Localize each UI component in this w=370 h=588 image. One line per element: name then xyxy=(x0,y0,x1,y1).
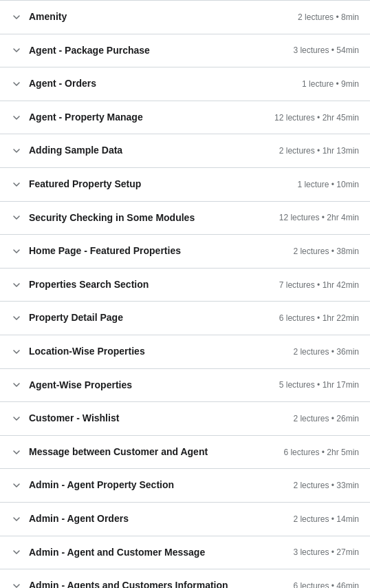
course-item-left: Message between Customer and Agent xyxy=(11,445,275,459)
course-title: Admin - Agent Property Section xyxy=(29,479,174,492)
course-title: Admin - Agent Orders xyxy=(29,512,129,526)
chevron-down-icon xyxy=(11,212,22,223)
course-item[interactable]: Customer - Wishlist 2 lectures • 26min xyxy=(0,402,370,436)
course-item-left: Location-Wise Properties xyxy=(11,345,285,359)
course-meta: 2 lectures • 36min xyxy=(293,347,359,357)
chevron-down-icon xyxy=(11,346,22,357)
chevron-down-icon xyxy=(11,447,22,458)
course-meta: 12 lectures • 2hr 45min xyxy=(274,113,359,123)
course-title: Featured Property Setup xyxy=(29,178,141,191)
chevron-down-icon xyxy=(11,313,22,324)
course-item-left: Admin - Agent Orders xyxy=(11,512,285,526)
course-item[interactable]: Message between Customer and Agent 6 lec… xyxy=(0,436,370,470)
course-meta: 6 lectures • 46min xyxy=(293,581,359,588)
course-item[interactable]: Agent - Property Manage 12 lectures • 2h… xyxy=(0,101,370,135)
course-title: Property Detail Page xyxy=(29,311,123,325)
course-meta: 6 lectures • 2hr 5min xyxy=(283,448,359,457)
course-item-left: Property Detail Page xyxy=(11,311,271,325)
course-item-left: Adding Sample Data xyxy=(11,144,271,158)
course-item[interactable]: Security Checking in Some Modules 12 lec… xyxy=(0,202,370,235)
course-meta: 12 lectures • 2hr 4min xyxy=(279,213,359,222)
course-meta: 7 lectures • 1hr 42min xyxy=(279,280,359,290)
course-meta: 6 lectures • 1hr 22min xyxy=(279,313,359,323)
course-title: Admin - Agents and Customers Information xyxy=(29,579,228,588)
course-item-left: Home Page - Featured Properties xyxy=(11,244,285,258)
course-item[interactable]: Adding Sample Data 2 lectures • 1hr 13mi… xyxy=(0,134,370,168)
course-title: Agent - Orders xyxy=(29,77,96,91)
course-item[interactable]: Admin - Agent Orders 2 lectures • 14min xyxy=(0,503,370,536)
course-title: Security Checking in Some Modules xyxy=(29,211,195,225)
chevron-down-icon xyxy=(11,12,22,23)
course-title: Agent-Wise Properties xyxy=(29,379,132,392)
chevron-down-icon xyxy=(11,179,22,190)
course-item-left: Agent - Package Purchase xyxy=(11,44,285,58)
course-meta: 3 lectures • 54min xyxy=(293,45,359,55)
course-title: Customer - Wishlist xyxy=(29,412,119,426)
course-item-left: Agent-Wise Properties xyxy=(11,379,271,392)
course-item[interactable]: Agent - Orders 1 lecture • 9min xyxy=(0,67,370,101)
course-title: Home Page - Featured Properties xyxy=(29,244,181,258)
course-item-left: Featured Property Setup xyxy=(11,178,289,191)
course-item-left: Agent - Orders xyxy=(11,77,294,91)
course-title: Adding Sample Data xyxy=(29,144,122,158)
course-title: Location-Wise Properties xyxy=(29,345,145,359)
course-item-left: Agent - Property Manage xyxy=(11,111,266,125)
chevron-down-icon xyxy=(11,379,22,390)
course-title: Properties Search Section xyxy=(29,278,149,292)
course-title: Agent - Package Purchase xyxy=(29,44,150,58)
chevron-down-icon xyxy=(11,514,22,525)
course-item-left: Security Checking in Some Modules xyxy=(11,211,271,225)
chevron-down-icon xyxy=(11,145,22,156)
chevron-down-icon xyxy=(11,280,22,291)
course-title: Amenity xyxy=(29,10,67,24)
course-meta: 1 lecture • 10min xyxy=(297,180,359,189)
course-item-left: Admin - Agent and Customer Message xyxy=(11,546,285,560)
course-list: Amenity 2 lectures • 8min Agent - Packag… xyxy=(0,0,370,588)
course-meta: 2 lectures • 26min xyxy=(293,414,359,423)
course-item[interactable]: Property Detail Page 6 lectures • 1hr 22… xyxy=(0,302,370,335)
course-meta: 2 lectures • 8min xyxy=(298,12,359,22)
course-title: Message between Customer and Agent xyxy=(29,445,208,459)
course-item[interactable]: Agent - Package Purchase 3 lectures • 54… xyxy=(0,34,370,68)
chevron-down-icon xyxy=(11,580,22,588)
course-meta: 5 lectures • 1hr 17min xyxy=(279,380,359,390)
course-meta: 1 lecture • 9min xyxy=(302,79,359,89)
course-meta: 2 lectures • 33min xyxy=(293,481,359,490)
course-meta: 3 lectures • 27min xyxy=(293,547,359,557)
chevron-down-icon xyxy=(11,45,22,56)
course-item[interactable]: Location-Wise Properties 2 lectures • 36… xyxy=(0,335,370,369)
course-item-left: Amenity xyxy=(11,10,290,24)
course-item[interactable]: Agent-Wise Properties 5 lectures • 1hr 1… xyxy=(0,369,370,403)
course-title: Agent - Property Manage xyxy=(29,111,143,125)
course-item[interactable]: Amenity 2 lectures • 8min xyxy=(0,0,370,34)
course-item[interactable]: Admin - Agent Property Section 2 lecture… xyxy=(0,469,370,503)
course-item[interactable]: Admin - Agents and Customers Information… xyxy=(0,569,370,588)
course-item-left: Admin - Agents and Customers Information xyxy=(11,579,285,588)
chevron-down-icon xyxy=(11,112,22,123)
course-meta: 2 lectures • 14min xyxy=(293,514,359,524)
chevron-down-icon xyxy=(11,78,22,90)
chevron-down-icon xyxy=(11,480,22,491)
course-meta: 2 lectures • 38min xyxy=(293,246,359,256)
chevron-down-icon xyxy=(11,413,22,424)
course-item-left: Customer - Wishlist xyxy=(11,412,285,426)
chevron-down-icon xyxy=(11,246,22,257)
chevron-down-icon xyxy=(11,547,22,558)
course-item[interactable]: Properties Search Section 7 lectures • 1… xyxy=(0,269,370,302)
course-title: Admin - Agent and Customer Message xyxy=(29,546,205,560)
course-item[interactable]: Featured Property Setup 1 lecture • 10mi… xyxy=(0,168,370,202)
course-meta: 2 lectures • 1hr 13min xyxy=(279,146,359,156)
course-item-left: Properties Search Section xyxy=(11,278,271,292)
course-item[interactable]: Home Page - Featured Properties 2 lectur… xyxy=(0,235,370,269)
course-item[interactable]: Admin - Agent and Customer Message 3 lec… xyxy=(0,536,370,570)
course-item-left: Admin - Agent Property Section xyxy=(11,479,285,492)
